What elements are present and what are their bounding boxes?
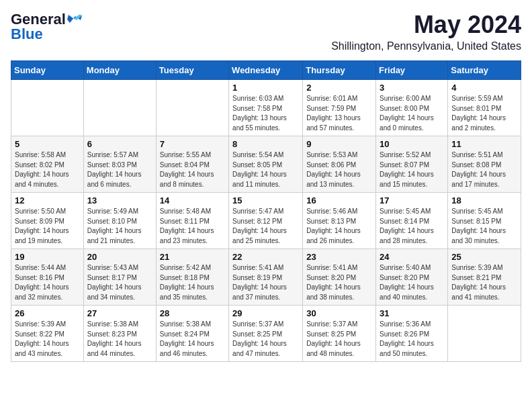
calendar-week-row: 26Sunrise: 5:39 AM Sunset: 8:22 PM Dayli… bbox=[11, 306, 521, 362]
day-info: Sunrise: 5:55 AM Sunset: 8:04 PM Dayligh… bbox=[160, 150, 225, 189]
calendar-cell: 25Sunrise: 5:39 AM Sunset: 8:21 PM Dayli… bbox=[448, 249, 521, 306]
day-number: 8 bbox=[232, 139, 299, 149]
day-info: Sunrise: 5:41 AM Sunset: 8:19 PM Dayligh… bbox=[232, 263, 299, 302]
day-number: 17 bbox=[380, 195, 444, 205]
day-number: 14 bbox=[160, 195, 225, 205]
day-number: 13 bbox=[87, 195, 152, 205]
weekday-header-saturday: Saturday bbox=[448, 61, 521, 80]
day-info: Sunrise: 5:51 AM Sunset: 8:08 PM Dayligh… bbox=[451, 150, 517, 189]
day-info: Sunrise: 6:03 AM Sunset: 7:58 PM Dayligh… bbox=[232, 94, 299, 133]
calendar-cell: 18Sunrise: 5:45 AM Sunset: 8:15 PM Dayli… bbox=[448, 193, 521, 249]
calendar-cell: 31Sunrise: 5:36 AM Sunset: 8:26 PM Dayli… bbox=[376, 306, 448, 362]
calendar-cell: 1Sunrise: 6:03 AM Sunset: 7:58 PM Daylig… bbox=[229, 80, 303, 136]
calendar-cell: 29Sunrise: 5:37 AM Sunset: 8:25 PM Dayli… bbox=[229, 306, 303, 362]
day-info: Sunrise: 5:47 AM Sunset: 8:12 PM Dayligh… bbox=[232, 207, 299, 246]
day-info: Sunrise: 5:41 AM Sunset: 8:20 PM Dayligh… bbox=[306, 263, 372, 302]
calendar-cell: 28Sunrise: 5:38 AM Sunset: 8:24 PM Dayli… bbox=[156, 306, 228, 362]
calendar-cell: 16Sunrise: 5:46 AM Sunset: 8:13 PM Dayli… bbox=[303, 193, 376, 249]
day-number: 12 bbox=[15, 195, 80, 205]
day-number: 16 bbox=[306, 195, 372, 205]
day-info: Sunrise: 5:57 AM Sunset: 8:03 PM Dayligh… bbox=[87, 150, 152, 189]
day-info: Sunrise: 5:46 AM Sunset: 8:13 PM Dayligh… bbox=[306, 207, 372, 246]
calendar-cell: 22Sunrise: 5:41 AM Sunset: 8:19 PM Dayli… bbox=[229, 249, 303, 306]
weekday-header-tuesday: Tuesday bbox=[156, 61, 228, 80]
calendar-cell: 20Sunrise: 5:43 AM Sunset: 8:17 PM Dayli… bbox=[83, 249, 156, 306]
calendar-cell: 23Sunrise: 5:41 AM Sunset: 8:20 PM Dayli… bbox=[303, 249, 376, 306]
calendar-week-row: 5Sunrise: 5:58 AM Sunset: 8:02 PM Daylig… bbox=[11, 136, 521, 193]
day-number: 26 bbox=[15, 308, 80, 318]
day-info: Sunrise: 5:58 AM Sunset: 8:02 PM Dayligh… bbox=[15, 150, 80, 189]
day-number: 28 bbox=[160, 308, 225, 318]
calendar-cell: 11Sunrise: 5:51 AM Sunset: 8:08 PM Dayli… bbox=[448, 136, 521, 193]
day-info: Sunrise: 5:59 AM Sunset: 8:01 PM Dayligh… bbox=[451, 94, 517, 133]
day-info: Sunrise: 5:49 AM Sunset: 8:10 PM Dayligh… bbox=[87, 207, 152, 246]
calendar-cell: 26Sunrise: 5:39 AM Sunset: 8:22 PM Dayli… bbox=[11, 306, 84, 362]
weekday-header-wednesday: Wednesday bbox=[229, 61, 303, 80]
calendar-week-row: 1Sunrise: 6:03 AM Sunset: 7:58 PM Daylig… bbox=[11, 80, 521, 136]
calendar-cell bbox=[11, 80, 84, 136]
calendar-cell: 2Sunrise: 6:01 AM Sunset: 7:59 PM Daylig… bbox=[303, 80, 376, 136]
calendar-cell bbox=[448, 306, 521, 362]
day-number: 5 bbox=[15, 139, 80, 149]
calendar-cell: 6Sunrise: 5:57 AM Sunset: 8:03 PM Daylig… bbox=[83, 136, 156, 193]
calendar-cell bbox=[156, 80, 228, 136]
day-number: 7 bbox=[160, 139, 225, 149]
day-info: Sunrise: 5:38 AM Sunset: 8:24 PM Dayligh… bbox=[160, 320, 225, 359]
day-info: Sunrise: 5:40 AM Sunset: 8:20 PM Dayligh… bbox=[380, 263, 444, 302]
day-number: 18 bbox=[451, 195, 517, 205]
day-info: Sunrise: 5:44 AM Sunset: 8:16 PM Dayligh… bbox=[15, 263, 80, 302]
calendar-cell: 13Sunrise: 5:49 AM Sunset: 8:10 PM Dayli… bbox=[83, 193, 156, 249]
day-info: Sunrise: 6:01 AM Sunset: 7:59 PM Dayligh… bbox=[306, 94, 372, 133]
day-number: 31 bbox=[380, 308, 444, 318]
calendar-table: SundayMondayTuesdayWednesdayThursdayFrid… bbox=[11, 60, 521, 362]
page-header: General Blue May 2024 Shillington, Penns… bbox=[11, 11, 521, 52]
calendar-cell: 8Sunrise: 5:54 AM Sunset: 8:05 PM Daylig… bbox=[229, 136, 303, 193]
day-number: 21 bbox=[160, 252, 225, 262]
day-number: 19 bbox=[15, 252, 80, 262]
calendar-cell: 12Sunrise: 5:50 AM Sunset: 8:09 PM Dayli… bbox=[11, 193, 84, 249]
day-info: Sunrise: 5:53 AM Sunset: 8:06 PM Dayligh… bbox=[306, 150, 372, 189]
calendar-cell: 21Sunrise: 5:42 AM Sunset: 8:18 PM Dayli… bbox=[156, 249, 228, 306]
day-info: Sunrise: 5:54 AM Sunset: 8:05 PM Dayligh… bbox=[232, 150, 299, 189]
calendar-cell: 4Sunrise: 5:59 AM Sunset: 8:01 PM Daylig… bbox=[448, 80, 521, 136]
day-info: Sunrise: 5:39 AM Sunset: 8:22 PM Dayligh… bbox=[15, 320, 80, 359]
day-info: Sunrise: 5:45 AM Sunset: 8:15 PM Dayligh… bbox=[451, 207, 517, 246]
calendar-cell: 10Sunrise: 5:52 AM Sunset: 8:07 PM Dayli… bbox=[376, 136, 448, 193]
day-number: 27 bbox=[87, 308, 152, 318]
day-number: 24 bbox=[380, 252, 444, 262]
day-number: 10 bbox=[380, 139, 444, 149]
day-number: 25 bbox=[451, 252, 517, 262]
day-number: 11 bbox=[451, 139, 517, 149]
weekday-header-monday: Monday bbox=[83, 61, 156, 80]
day-info: Sunrise: 5:45 AM Sunset: 8:14 PM Dayligh… bbox=[380, 207, 444, 246]
day-number: 6 bbox=[87, 139, 152, 149]
logo: General Blue bbox=[11, 11, 82, 43]
month-title: May 2024 bbox=[331, 11, 521, 39]
day-info: Sunrise: 5:50 AM Sunset: 8:09 PM Dayligh… bbox=[15, 207, 80, 246]
calendar-cell: 9Sunrise: 5:53 AM Sunset: 8:06 PM Daylig… bbox=[303, 136, 376, 193]
day-number: 2 bbox=[306, 83, 372, 93]
calendar-cell: 27Sunrise: 5:38 AM Sunset: 8:23 PM Dayli… bbox=[83, 306, 156, 362]
calendar-cell: 15Sunrise: 5:47 AM Sunset: 8:12 PM Dayli… bbox=[229, 193, 303, 249]
day-info: Sunrise: 5:43 AM Sunset: 8:17 PM Dayligh… bbox=[87, 263, 152, 302]
logo-blue-text: Blue bbox=[11, 26, 43, 43]
day-number: 29 bbox=[232, 308, 299, 318]
calendar-cell: 17Sunrise: 5:45 AM Sunset: 8:14 PM Dayli… bbox=[376, 193, 448, 249]
day-number: 4 bbox=[451, 83, 517, 93]
calendar-cell bbox=[83, 80, 156, 136]
day-info: Sunrise: 5:37 AM Sunset: 8:25 PM Dayligh… bbox=[232, 320, 299, 359]
day-info: Sunrise: 5:38 AM Sunset: 8:23 PM Dayligh… bbox=[87, 320, 152, 359]
calendar-cell: 7Sunrise: 5:55 AM Sunset: 8:04 PM Daylig… bbox=[156, 136, 228, 193]
calendar-cell: 30Sunrise: 5:37 AM Sunset: 8:25 PM Dayli… bbox=[303, 306, 376, 362]
day-info: Sunrise: 5:37 AM Sunset: 8:25 PM Dayligh… bbox=[306, 320, 372, 359]
day-info: Sunrise: 5:42 AM Sunset: 8:18 PM Dayligh… bbox=[160, 263, 225, 302]
day-number: 15 bbox=[232, 195, 299, 205]
weekday-header-sunday: Sunday bbox=[11, 61, 84, 80]
day-number: 20 bbox=[87, 252, 152, 262]
title-section: May 2024 Shillington, Pennsylvania, Unit… bbox=[331, 11, 521, 52]
day-info: Sunrise: 5:48 AM Sunset: 8:11 PM Dayligh… bbox=[160, 207, 225, 246]
calendar-week-row: 12Sunrise: 5:50 AM Sunset: 8:09 PM Dayli… bbox=[11, 193, 521, 249]
day-number: 23 bbox=[306, 252, 372, 262]
calendar-header-row: SundayMondayTuesdayWednesdayThursdayFrid… bbox=[11, 61, 521, 80]
day-info: Sunrise: 5:39 AM Sunset: 8:21 PM Dayligh… bbox=[451, 263, 517, 302]
